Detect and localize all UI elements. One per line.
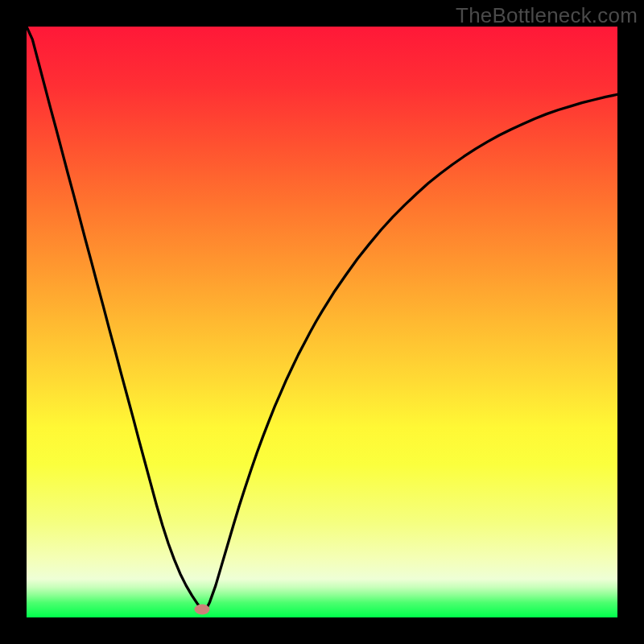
watermark-text: TheBottleneck.com — [456, 3, 638, 28]
chart-container — [0, 0, 644, 644]
optimal-point-marker — [194, 605, 209, 615]
chart-curve — [27, 27, 617, 617]
plot-area — [27, 27, 617, 617]
